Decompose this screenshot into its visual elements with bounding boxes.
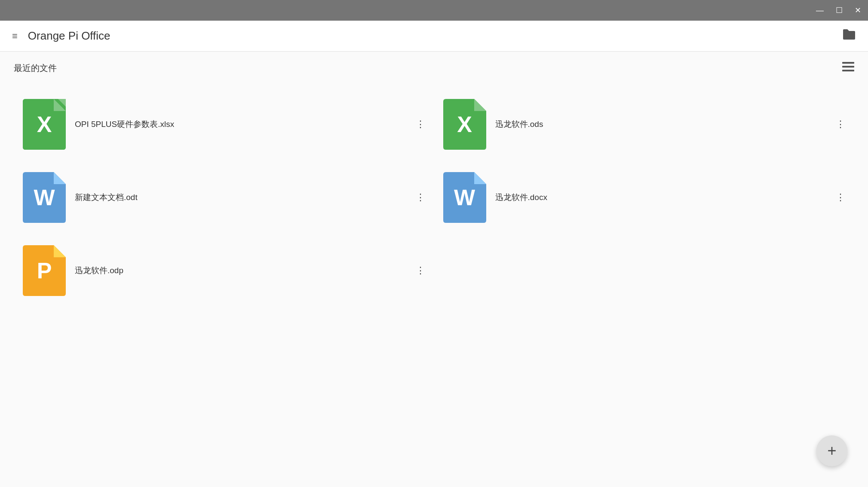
file-name: 迅龙软件.docx	[495, 193, 547, 202]
list-view-icon[interactable]	[842, 62, 854, 74]
file-icon-wrapper[interactable]: W	[441, 170, 488, 225]
titlebar-controls: — ☐ ✕	[816, 6, 861, 14]
file-column-left: X OPI 5PLUS硬件参数表.xlsx ⋮	[14, 88, 434, 307]
maximize-button[interactable]: ☐	[836, 6, 843, 14]
file-icon-wrapper[interactable]: X	[441, 96, 488, 152]
file-name: 新建文本文档.odt	[75, 193, 138, 202]
svg-rect-0	[842, 62, 854, 64]
file-info: 迅龙软件.ods	[488, 119, 831, 130]
file-name: OPI 5PLUS硬件参数表.xlsx	[75, 120, 174, 129]
menu-icon[interactable]: ≡	[12, 31, 18, 42]
file-more-button[interactable]: ⋮	[410, 260, 431, 281]
appbar: ≡ Orange Pi Office	[0, 21, 868, 52]
folder-icon[interactable]	[842, 28, 856, 43]
file-column-right: X 迅龙软件.ods ⋮	[434, 88, 855, 307]
file-icon-wrapper[interactable]: X	[21, 96, 68, 152]
file-info: OPI 5PLUS硬件参数表.xlsx	[68, 119, 410, 130]
appbar-left: ≡ Orange Pi Office	[12, 29, 110, 43]
section-title: 最近的文件	[14, 62, 57, 74]
fab-button[interactable]: +	[816, 435, 847, 466]
file-info: 新建文本文档.odt	[68, 192, 410, 203]
file-icon-wrapper[interactable]: W	[21, 170, 68, 225]
minimize-button[interactable]: —	[816, 6, 824, 14]
app-title: Orange Pi Office	[28, 29, 110, 43]
file-grid: X OPI 5PLUS硬件参数表.xlsx ⋮	[14, 88, 854, 307]
close-button[interactable]: ✕	[855, 6, 861, 14]
file-item: W 新建文本文档.odt ⋮	[14, 161, 434, 234]
section-header: 最近的文件	[14, 62, 854, 74]
file-info: 迅龙软件.odp	[68, 265, 410, 276]
svg-rect-1	[842, 66, 854, 68]
file-more-button[interactable]: ⋮	[830, 114, 851, 135]
file-more-button[interactable]: ⋮	[410, 187, 431, 208]
file-more-button[interactable]: ⋮	[830, 187, 851, 208]
titlebar: — ☐ ✕	[0, 0, 868, 21]
file-item: W 迅龙软件.docx ⋮	[434, 161, 855, 234]
file-item: X OPI 5PLUS硬件参数表.xlsx ⋮	[14, 88, 434, 161]
file-item: X 迅龙软件.ods ⋮	[434, 88, 855, 161]
file-more-button[interactable]: ⋮	[410, 114, 431, 135]
main-content: 最近的文件	[0, 52, 868, 487]
file-name: 迅龙软件.ods	[495, 120, 543, 129]
file-icon-wrapper[interactable]: P	[21, 243, 68, 299]
file-item: P 迅龙软件.odp ⋮	[14, 234, 434, 307]
svg-rect-2	[842, 70, 854, 71]
file-info: 迅龙软件.docx	[488, 192, 831, 203]
file-name: 迅龙软件.odp	[75, 266, 123, 275]
